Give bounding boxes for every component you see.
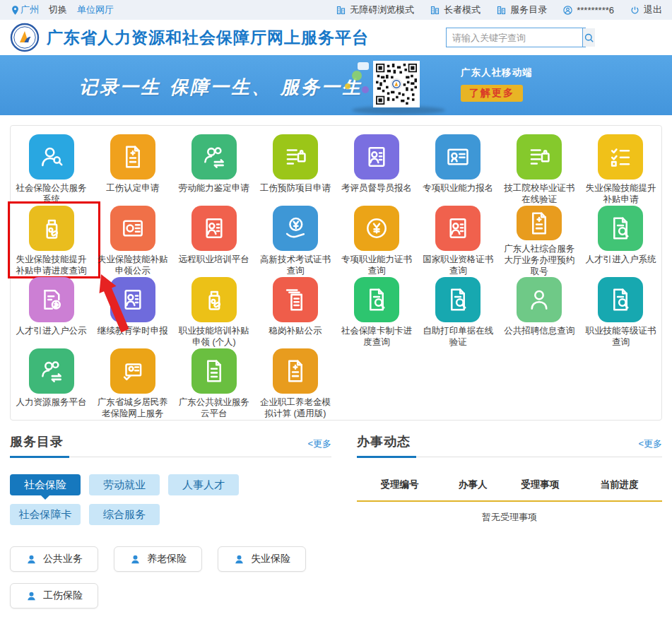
service-item[interactable]: 公共招聘信息查询 [499, 277, 580, 348]
service-item-highlighted[interactable]: 失业保险技能提升补贴申请进度查询 [11, 206, 92, 277]
service-item[interactable]: 失业保险技能提升补贴申请 [580, 134, 661, 206]
doc-icon [191, 348, 237, 394]
col-accept-number: 受理编号 [357, 478, 442, 491]
service-item[interactable]: 职业技能等级证书查询 [580, 277, 661, 348]
public-business-button[interactable]: 公共业务 [10, 546, 98, 572]
service-item[interactable]: 企业职工养老金模拟计算 (通用版) [254, 348, 336, 420]
service-item[interactable]: 技工院校毕业证书在线验证 [499, 134, 580, 206]
service-item-label: 广东省城乡居民养老保险网上服务 [93, 396, 172, 419]
work-injury-insurance-button[interactable]: 工伤保险 [10, 583, 98, 609]
decor-bubble [358, 62, 369, 70]
building-grid-icon [336, 5, 346, 16]
service-item-label: 稳岗补贴公示 [269, 325, 322, 336]
service-item-label: 社会保险公共服务系统 [12, 182, 91, 205]
tab-employment[interactable]: 劳动就业 [89, 474, 160, 495]
service-item[interactable]: 国家职业资格证书查询 [418, 206, 499, 277]
service-item-label: 广东公共就业服务云平台 [175, 396, 254, 419]
service-item[interactable]: 广东公共就业服务云平台 [173, 348, 254, 420]
person-search-icon [29, 134, 74, 180]
doc-search-icon [598, 206, 643, 251]
service-item[interactable]: 继续教育学时申报 [92, 277, 173, 348]
learn-more-button[interactable]: 了解更多 [461, 85, 523, 102]
service-item-label: 失业保险技能提升补贴申请 [581, 182, 660, 205]
service-item[interactable]: 社会保险公共服务系统 [11, 134, 92, 206]
service-item[interactable]: 工伤认定申请 [92, 134, 173, 206]
card-check-icon [110, 348, 155, 394]
search-input[interactable] [447, 28, 582, 47]
empty-state-text: 暂无受理事项 [357, 511, 662, 524]
more-link[interactable]: <更多 [307, 437, 331, 450]
tab-comprehensive-service[interactable]: 综合服务 [89, 504, 160, 525]
doc-dollar-icon [29, 277, 74, 322]
service-item[interactable]: 广东人社综合服务大厅业务办理预约取号 [499, 206, 580, 277]
catalog-tabs: 社会保险 劳动就业 人事人才 社会保障卡 综合服务 [10, 474, 264, 525]
tab-hr-talent[interactable]: 人事人才 [168, 474, 239, 495]
user-account[interactable]: *********6 [562, 5, 614, 16]
service-item-label: 职业技能等级证书查询 [581, 325, 660, 348]
table-divider [357, 500, 662, 502]
service-item[interactable]: 人力资源服务平台 [11, 348, 92, 420]
tab-social-security-card[interactable]: 社会保障卡 [10, 504, 81, 525]
person-doc-icon [191, 206, 237, 251]
service-item-label: 自助打印单据在线验证 [418, 325, 497, 348]
doc-search-icon [435, 277, 481, 322]
service-item[interactable]: 职业技能培训补贴申领 (个人) [173, 277, 254, 348]
service-item[interactable]: 劳动能力鉴定申请 [173, 134, 254, 206]
service-item[interactable]: 专项职业能力证书查询 [336, 206, 418, 277]
promo-banner: 记录一生 保障一生、 服务一生 [0, 55, 672, 115]
service-item[interactable]: 稳岗补贴公示 [254, 277, 336, 348]
service-catalog-label: 服务目录 [510, 4, 547, 16]
more-link[interactable]: <更多 [638, 437, 662, 450]
people-arrows-icon [29, 348, 74, 394]
service-item[interactable]: 远程职业培训平台 [173, 206, 254, 277]
pension-insurance-button[interactable]: 养老保险 [114, 546, 202, 572]
service-item[interactable]: 高新技术考试证书查询 [254, 206, 336, 277]
elder-mode-link[interactable]: 长者模式 [430, 4, 481, 16]
service-item[interactable]: 人才引进入户公示 [11, 277, 92, 348]
service-item-label: 考评员督导员报名 [341, 182, 412, 194]
site-logo-icon [10, 23, 40, 52]
hand-yen-icon [273, 206, 318, 251]
services-panel: 社会保险公共服务系统 工伤认定申请 劳动能力鉴定申请 工伤预防项目申请 考评员督… [10, 125, 662, 421]
person-icon [233, 553, 245, 565]
building-grid-icon [430, 5, 440, 16]
person-icon [25, 553, 37, 565]
service-catalog-link[interactable]: 服务目录 [496, 4, 547, 16]
service-item[interactable]: 人才引进入户系统 [580, 206, 661, 277]
checklist-icon [598, 134, 643, 180]
logout-button[interactable]: 退出 [630, 4, 662, 16]
service-item-label: 公共招聘信息查询 [504, 325, 574, 336]
user-icon [562, 5, 573, 16]
service-item-label: 工伤认定申请 [106, 182, 159, 194]
list-badge-icon [517, 134, 562, 180]
username-label: *********6 [577, 5, 614, 16]
building-grid-icon [496, 5, 507, 16]
person-icon [129, 553, 141, 565]
progress-table-header: 受理编号 办事人 受理事项 当前进度 [357, 478, 662, 491]
col-current-progress: 当前进度 [577, 478, 662, 491]
card-si-icon [110, 206, 155, 251]
decor-dot [345, 83, 350, 89]
service-item-label: 人才引进入户公示 [16, 325, 87, 336]
docs-stack-icon [273, 277, 318, 322]
service-item-label: 职业技能培训补贴申领 (个人) [175, 325, 254, 348]
switch-city-link[interactable]: 切换 [49, 4, 67, 16]
service-item[interactable]: 工伤预防项目申请 [254, 134, 336, 206]
unemployment-insurance-button[interactable]: 失业保险 [218, 546, 306, 572]
service-item[interactable]: 失业保险技能补贴申领公示 [92, 206, 173, 277]
city-label[interactable]: 广州 [20, 4, 39, 16]
service-item[interactable]: 专项职业能力报名 [418, 134, 499, 206]
service-item[interactable]: 考评员督导员报名 [336, 134, 418, 206]
service-item-label: 专项职业能力报名 [423, 182, 493, 194]
unit-portal-link[interactable]: 单位网厅 [77, 4, 114, 16]
service-item[interactable]: 广东省城乡居民养老保险网上服务 [92, 348, 173, 420]
service-item-label: 高新技术考试证书查询 [256, 254, 335, 276]
page-title: 广东省人力资源和社会保障厅网上服务平台 [47, 27, 369, 49]
service-item[interactable]: 自助打印单据在线验证 [418, 277, 499, 348]
accessibility-mode-link[interactable]: 无障碍浏览模式 [336, 4, 414, 16]
tab-social-insurance[interactable]: 社会保险 [10, 474, 81, 495]
search-button[interactable] [582, 28, 595, 47]
mobile-app-label: 广东人社移动端 [461, 66, 533, 79]
service-item[interactable]: 社会保障卡制卡进度查询 [336, 277, 418, 348]
topbar: 广州 切换 单位网厅 无障碍浏览模式 长者模式 服务目录 *********6 … [0, 0, 672, 20]
